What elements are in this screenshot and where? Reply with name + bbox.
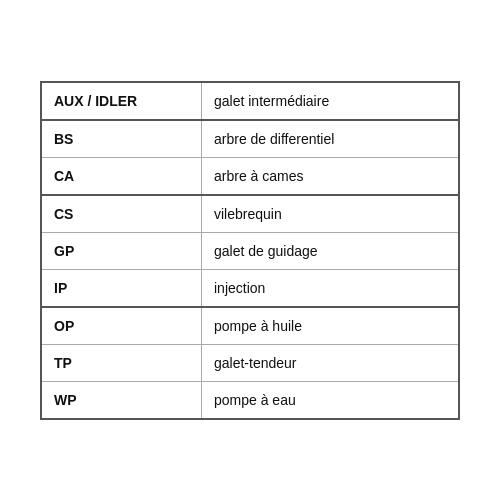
description-cell-ca: arbre à cames bbox=[202, 158, 458, 194]
description-cell-cs: vilebrequin bbox=[202, 196, 458, 232]
table-row: CAarbre à cames bbox=[42, 158, 458, 196]
description-cell-gp: galet de guidage bbox=[202, 233, 458, 269]
code-cell-bs: BS bbox=[42, 121, 202, 157]
table-row: BSarbre de differentiel bbox=[42, 121, 458, 158]
code-cell-ca: CA bbox=[42, 158, 202, 194]
description-cell-bs: arbre de differentiel bbox=[202, 121, 458, 157]
code-cell-ip: IP bbox=[42, 270, 202, 306]
table-row: OPpompe à huile bbox=[42, 308, 458, 345]
code-cell-cs: CS bbox=[42, 196, 202, 232]
description-cell-ip: injection bbox=[202, 270, 458, 306]
abbreviation-table: AUX / IDLERgalet intermédiaireBSarbre de… bbox=[40, 81, 460, 420]
table-row: CSvilebrequin bbox=[42, 196, 458, 233]
description-cell-op: pompe à huile bbox=[202, 308, 458, 344]
description-cell-wp: pompe à eau bbox=[202, 382, 458, 418]
code-cell-tp: TP bbox=[42, 345, 202, 381]
table-row: WPpompe à eau bbox=[42, 382, 458, 418]
table-row: AUX / IDLERgalet intermédiaire bbox=[42, 83, 458, 121]
code-cell-wp: WP bbox=[42, 382, 202, 418]
table-row: TPgalet-tendeur bbox=[42, 345, 458, 382]
table-row: GPgalet de guidage bbox=[42, 233, 458, 270]
code-cell-op: OP bbox=[42, 308, 202, 344]
code-cell-aux-idler: AUX / IDLER bbox=[42, 83, 202, 119]
description-cell-aux-idler: galet intermédiaire bbox=[202, 83, 458, 119]
code-cell-gp: GP bbox=[42, 233, 202, 269]
description-cell-tp: galet-tendeur bbox=[202, 345, 458, 381]
table-row: IPinjection bbox=[42, 270, 458, 308]
